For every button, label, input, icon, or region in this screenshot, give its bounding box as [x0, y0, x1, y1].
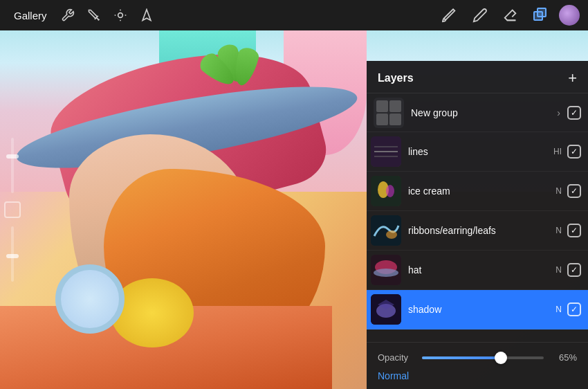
svg-point-14 — [386, 230, 397, 239]
shadow-checkbox[interactable] — [567, 302, 581, 316]
opacity-slider-track[interactable] — [422, 356, 544, 359]
layers-list: New group › lines — [367, 93, 588, 342]
ribbons-checkbox[interactable] — [567, 224, 581, 237]
size-slider-thumb — [6, 154, 19, 159]
wrench-icon[interactable] — [55, 3, 80, 28]
svg-point-17 — [374, 269, 398, 277]
opacity-slider-fill — [422, 356, 501, 359]
layers-panel: Layers + New group › — [367, 61, 588, 389]
icecream-blend: N — [555, 186, 562, 196]
layers-header: Layers + — [367, 61, 588, 93]
shadow-blend: N — [555, 305, 562, 314]
left-panel — [0, 30, 25, 389]
blend-mode-button[interactable]: Normal — [378, 370, 409, 381]
lines-name: lines — [408, 146, 553, 157]
pencil-icon[interactable] — [468, 3, 493, 28]
layer-item-lines[interactable]: lines HI — [367, 132, 588, 172]
top-bar-right — [437, 3, 580, 28]
hat-blend: N — [555, 265, 562, 275]
layer-item-icecream[interactable]: ice cream N — [367, 172, 588, 211]
shadow-thumbnail — [371, 294, 401, 325]
opacity-row: Opacity 65% — [378, 352, 577, 363]
opacity-label: Opacity — [378, 352, 414, 363]
circle-ornament — [55, 264, 125, 334]
layer-item-ribbons[interactable]: ribbons/earring/leafs N — [367, 211, 588, 251]
opacity-slider-thumb — [495, 352, 507, 364]
top-bar: Gallery — [0, 0, 588, 30]
chevron-right-icon: › — [557, 107, 560, 118]
canvas-area: Layers + New group › — [0, 30, 588, 389]
lines-info: lines — [408, 146, 553, 157]
shadow-name: shadow — [408, 304, 555, 315]
icecream-right: N — [555, 184, 581, 198]
hat-thumbnail — [371, 255, 401, 285]
icecream-info: ice cream — [408, 186, 555, 197]
layers-add-button[interactable]: + — [568, 71, 577, 86]
svg-point-3 — [118, 13, 122, 18]
svg-point-12 — [386, 185, 394, 197]
gallery-button[interactable]: Gallery — [8, 7, 53, 24]
brush-icon[interactable] — [437, 3, 462, 28]
ribbons-thumbnail — [371, 215, 401, 246]
lines-checkbox[interactable] — [567, 145, 581, 159]
color-swatch[interactable] — [4, 201, 21, 218]
hat-info: hat — [408, 264, 555, 275]
lines-blend: HI — [553, 147, 562, 156]
icecream-checkbox[interactable] — [567, 184, 581, 198]
shadow-info: shadow — [408, 304, 555, 315]
ribbons-info: ribbons/earring/leafs — [408, 225, 555, 236]
layers-icon — [533, 8, 549, 23]
svg-line-2 — [98, 19, 99, 21]
new-group-right: › — [557, 106, 581, 120]
new-group-checkbox[interactable] — [567, 106, 581, 120]
opacity-slider-left[interactable] — [11, 226, 14, 282]
magic-icon[interactable] — [82, 3, 107, 28]
lines-thumbnail — [371, 136, 401, 167]
layer-item-shadow[interactable]: shadow N — [367, 290, 588, 329]
ribbons-blend: N — [555, 226, 562, 235]
new-group-label: New group — [411, 107, 557, 118]
layer-item-new-group[interactable]: New group › — [367, 93, 588, 132]
layers-button[interactable] — [529, 3, 553, 28]
lines-right: HI — [553, 145, 581, 159]
opacity-value: 65% — [552, 352, 577, 363]
smudge-icon[interactable] — [108, 3, 133, 28]
layer-item-hat[interactable]: hat N — [367, 251, 588, 290]
hat-name: hat — [408, 264, 555, 275]
group-thumbnail — [374, 98, 404, 128]
eraser-icon[interactable] — [498, 3, 523, 28]
leaves-decoration — [208, 44, 263, 127]
tool-icons — [55, 3, 159, 28]
size-slider[interactable] — [11, 138, 14, 193]
hat-right: N — [555, 263, 581, 277]
opacity-slider-thumb — [6, 254, 19, 258]
avatar[interactable] — [559, 5, 580, 26]
blend-mode-row: Normal — [378, 370, 577, 382]
top-bar-left: Gallery — [8, 3, 159, 28]
ribbons-name: ribbons/earring/leafs — [408, 225, 555, 236]
hat-checkbox[interactable] — [567, 263, 581, 277]
layers-title: Layers — [378, 72, 414, 84]
transform-icon[interactable] — [134, 3, 159, 28]
svg-marker-4 — [143, 10, 151, 21]
icecream-thumbnail — [371, 176, 401, 206]
ribbons-right: N — [555, 224, 581, 237]
icecream-name: ice cream — [408, 186, 555, 197]
opacity-section: Opacity 65% Normal — [367, 342, 588, 389]
shadow-right: N — [555, 302, 581, 316]
